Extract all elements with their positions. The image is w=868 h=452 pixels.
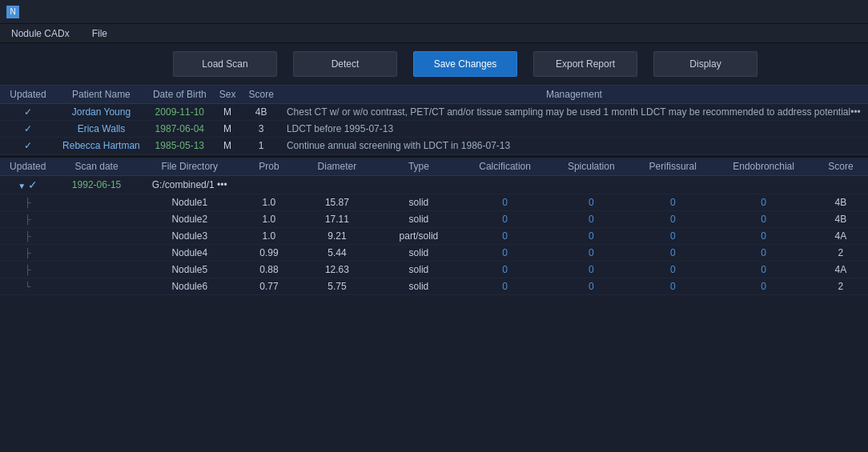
title-bar-left: N [6, 6, 24, 18]
scan-updated: ▼ ✓ [0, 176, 56, 194]
nodule-diameter: 9.21 [296, 228, 378, 245]
nodule-name: Nodule2 [138, 211, 242, 228]
menu-item-file[interactable]: File [87, 26, 112, 41]
nodule-row[interactable]: ├ Nodule5 0.88 12.63 solid 0 0 0 0 4A [0, 262, 868, 278]
scan-prob-empty [242, 176, 296, 194]
updated-check: ✓ [0, 121, 56, 138]
nodule-score: 4A [814, 228, 868, 245]
updated-check: ✓ [0, 104, 56, 121]
app-icon: N [6, 6, 19, 18]
nodule-spic: 0 [550, 245, 632, 262]
nodule-calc: 0 [460, 278, 550, 295]
nodule-peri: 0 [632, 262, 713, 278]
nodule-peri: 0 [632, 228, 713, 245]
nodule-peri: 0 [632, 211, 713, 228]
nodule-score: 4B [814, 211, 868, 228]
nodule-tree: ├ [0, 194, 56, 211]
nodule-prob: 1.0 [242, 211, 296, 228]
patient-row[interactable]: ✓ Jordan Young 2009-11-10 M 4B Chest CT … [0, 104, 868, 121]
nodule-endo: 0 [713, 228, 814, 245]
maximize-button[interactable] [794, 3, 826, 21]
nodule-calc: 0 [460, 228, 550, 245]
nodule-calc: 0 [460, 245, 550, 262]
nodule-tree: ├ [0, 262, 56, 278]
col-score: Score [242, 86, 279, 104]
col-updated: Updated [0, 86, 56, 104]
scan-dir: G:/combined/1 ••• [138, 176, 242, 194]
patient-dob: 1985-05-13 [147, 138, 213, 154]
load-scan-button[interactable]: Load Scan [173, 51, 277, 77]
nodule-spic: 0 [550, 228, 632, 245]
nodule-row[interactable]: ├ Nodule4 0.99 5.44 solid 0 0 0 0 2 [0, 245, 868, 262]
scan-info-row[interactable]: ▼ ✓ 1992-06-15 G:/combined/1 ••• [0, 176, 868, 194]
nodule-type: solid [378, 211, 460, 228]
patient-section: Updated Patient Name Date of Birth Sex S… [0, 85, 868, 154]
nodule-row[interactable]: └ Nodule6 0.77 5.75 solid 0 0 0 0 2 [0, 278, 868, 295]
export-report-button[interactable]: Export Report [533, 51, 637, 77]
nodule-score: 4A [814, 262, 868, 278]
patient-dob: 1987-06-04 [147, 121, 213, 138]
scan-col-date: Scan date [56, 158, 138, 176]
save-changes-button[interactable]: Save Changes [413, 51, 517, 77]
nodule-endo: 0 [713, 194, 814, 211]
menu-item-nodulecadx[interactable]: Nodule CADx [6, 26, 74, 41]
patient-management: Chest CT w/ or w/o contrast, PET/CT and/… [280, 104, 868, 121]
scan-endo-empty [713, 176, 814, 194]
display-button[interactable]: Display [653, 51, 757, 77]
nodule-endo: 0 [713, 245, 814, 262]
nodule-spic: 0 [550, 278, 632, 295]
scan-col-score: Score [814, 158, 868, 176]
nodule-name: Nodule4 [138, 245, 242, 262]
patient-sex: M [213, 138, 243, 154]
nodule-type: part/solid [378, 228, 460, 245]
nodule-type: solid [378, 278, 460, 295]
scan-col-spic: Spiculation [550, 158, 632, 176]
patient-score: 4B [242, 104, 279, 121]
nodule-prob: 0.88 [242, 262, 296, 278]
nodule-peri: 0 [632, 194, 713, 211]
scan-peri-empty [632, 176, 713, 194]
nodule-calc: 0 [460, 262, 550, 278]
nodule-diameter: 5.75 [296, 278, 378, 295]
nodule-score: 2 [814, 245, 868, 262]
scan-col-endo: Endobronchial [713, 158, 814, 176]
detect-button[interactable]: Detect [293, 51, 397, 77]
nodule-peri: 0 [632, 278, 713, 295]
col-management: Management [280, 86, 868, 104]
nodule-tree: ├ [0, 211, 56, 228]
nodule-row[interactable]: ├ Nodule2 1.0 17.11 solid 0 0 0 0 4B [0, 211, 868, 228]
scan-col-type: Type [378, 158, 460, 176]
scan-table: Updated Scan date File Directory Prob Di… [0, 158, 868, 295]
scan-col-peri: Perifissural [632, 158, 713, 176]
scan-col-updated: Updated [0, 158, 56, 176]
nodule-endo: 0 [713, 262, 814, 278]
scan-col-diameter: Diameter [296, 158, 378, 176]
scan-diam-empty [296, 176, 378, 194]
scan-spic-empty [550, 176, 632, 194]
nodule-scan-date-empty [56, 194, 138, 211]
close-button[interactable] [830, 3, 862, 21]
patient-row[interactable]: ✓ Erica Walls 1987-06-04 M 3 LDCT before… [0, 121, 868, 138]
col-sex: Sex [213, 86, 243, 104]
nodule-peri: 0 [632, 245, 713, 262]
nodule-scan-date-empty [56, 211, 138, 228]
nodule-row[interactable]: ├ Nodule1 1.0 15.87 solid 0 0 0 0 4B [0, 194, 868, 211]
nodule-prob: 0.99 [242, 245, 296, 262]
nodule-endo: 0 [713, 211, 814, 228]
scan-check: ✓ [28, 178, 38, 191]
nodule-scan-date-empty [56, 245, 138, 262]
nodule-type: solid [378, 245, 460, 262]
nodule-score: 2 [814, 278, 868, 295]
scan-table-header: Updated Scan date File Directory Prob Di… [0, 158, 868, 176]
nodule-name: Nodule3 [138, 228, 242, 245]
nodule-row[interactable]: ├ Nodule3 1.0 9.21 part/solid 0 0 0 0 4A [0, 228, 868, 245]
nodule-type: solid [378, 262, 460, 278]
nodule-calc: 0 [460, 211, 550, 228]
nodule-scan-date-empty [56, 262, 138, 278]
minimize-button[interactable] [759, 3, 791, 21]
patient-row[interactable]: ✓ Rebecca Hartman 1985-05-13 M 1 Continu… [0, 138, 868, 154]
nodule-prob: 0.77 [242, 278, 296, 295]
nodule-score: 4B [814, 194, 868, 211]
patient-name: Erica Walls [56, 121, 147, 138]
scan-col-prob: Prob [242, 158, 296, 176]
